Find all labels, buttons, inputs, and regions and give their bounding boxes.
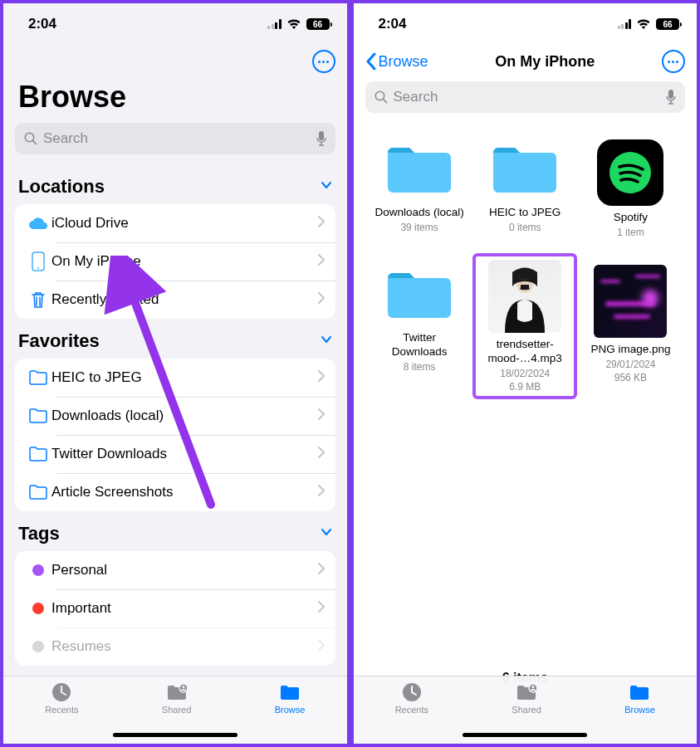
tags-group: Personal Important Resumes <box>15 551 335 666</box>
item-name: Downloads (local) <box>374 206 463 220</box>
favorite-downloads-local[interactable]: Downloads (local) <box>15 397 335 435</box>
item-date: 18/02/2024 <box>500 368 550 379</box>
back-button[interactable]: Browse <box>365 52 428 71</box>
location-recently-deleted[interactable]: Recently Deleted <box>15 281 335 319</box>
chevron-right-icon <box>317 639 326 654</box>
cloud-icon <box>25 216 51 231</box>
tag-personal[interactable]: Personal <box>15 551 335 589</box>
item-name: PNG image.png <box>590 343 670 357</box>
folder-icon <box>25 484 51 500</box>
folder-icon <box>383 265 456 326</box>
search-icon <box>374 90 389 105</box>
svg-line-1 <box>32 140 37 144</box>
chevron-right-icon <box>317 408 326 423</box>
clock-icon <box>400 681 423 703</box>
item-meta: 1 item <box>617 227 644 238</box>
folder-twitter-downloads[interactable]: Twitter Downloads 8 items <box>369 265 471 396</box>
file-png-image[interactable]: PNG image.png 29/01/2024 956 KB <box>580 265 682 396</box>
favorite-heic-to-jpeg[interactable]: HEIC to JPEG <box>15 359 335 397</box>
item-size: 956 KB <box>614 372 647 383</box>
row-label: Downloads (local) <box>51 408 317 424</box>
chevron-right-icon <box>317 447 326 461</box>
status-bar: 2:04 66 <box>3 3 347 45</box>
tab-label: Recents <box>395 705 428 715</box>
locations-label: Locations <box>18 176 105 198</box>
folder-icon <box>25 408 51 424</box>
nav-title: On My iPhone <box>495 53 595 71</box>
folder-icon <box>25 446 51 462</box>
status-icons: 66 <box>267 18 332 30</box>
chevron-right-icon <box>317 601 326 616</box>
tag-resumes[interactable]: Resumes <box>15 627 335 666</box>
favorite-twitter-downloads[interactable]: Twitter Downloads <box>15 435 335 473</box>
mp3-thumbnail <box>488 260 561 333</box>
home-indicator[interactable] <box>463 733 587 737</box>
locations-header[interactable]: Locations <box>3 164 347 204</box>
battery-level: 66 <box>313 20 322 29</box>
svg-rect-2 <box>319 131 324 140</box>
clock-icon <box>50 681 73 703</box>
tag-important[interactable]: Important <box>15 589 335 627</box>
row-label: Resumes <box>51 638 317 655</box>
tab-recents[interactable]: Recents <box>45 681 78 744</box>
folder-spotify[interactable]: Spotify 1 item <box>580 139 682 238</box>
item-name: HEIC to JPEG <box>489 206 560 220</box>
page-title: Browse <box>3 76 347 123</box>
tab-browse[interactable]: Browse <box>624 681 655 744</box>
tab-bar: Recents Shared Browse <box>3 676 347 744</box>
more-button[interactable] <box>662 50 685 73</box>
location-on-my-iphone[interactable]: On My iPhone <box>15 242 335 281</box>
chevron-right-icon <box>317 254 326 269</box>
svg-point-4 <box>37 267 39 269</box>
location-icloud-drive[interactable]: iCloud Drive <box>15 204 335 242</box>
svg-point-8 <box>182 686 184 688</box>
home-indicator[interactable] <box>113 733 237 737</box>
folder-icon <box>628 681 651 703</box>
search-input[interactable]: Search <box>15 123 335 154</box>
svg-rect-11 <box>668 90 673 99</box>
folder-heic-to-jpeg[interactable]: HEIC to JPEG 0 items <box>474 139 576 238</box>
status-time: 2:04 <box>28 16 56 32</box>
svg-rect-14 <box>521 285 529 290</box>
row-label: Important <box>51 600 317 617</box>
search-input[interactable]: Search <box>365 81 686 113</box>
favorites-label: Favorites <box>18 330 100 352</box>
item-name: Twitter Downloads <box>374 331 465 359</box>
chevron-down-icon <box>321 179 332 194</box>
folder-icon <box>25 369 51 386</box>
status-time: 2:04 <box>379 16 407 32</box>
chevron-right-icon <box>317 292 326 307</box>
tab-recents[interactable]: Recents <box>395 681 428 744</box>
item-meta: 39 items <box>400 222 438 233</box>
folder-icon <box>383 139 456 201</box>
tab-label: Shared <box>512 705 541 715</box>
folder-downloads-local[interactable]: Downloads (local) 39 items <box>369 139 471 238</box>
item-size: 6.9 MB <box>509 381 541 393</box>
file-grid: Downloads (local) 39 items HEIC to JPEG … <box>354 123 698 396</box>
phone-browse: 2:04 66 Browse Search Locations <box>0 0 350 747</box>
status-icons: 66 <box>618 18 683 30</box>
iphone-icon <box>25 251 51 271</box>
tab-label: Shared <box>162 705 191 715</box>
battery-level: 66 <box>663 20 672 29</box>
item-name: Spotify <box>614 211 648 225</box>
trash-icon <box>25 290 51 309</box>
more-button[interactable] <box>312 50 335 73</box>
tab-browse[interactable]: Browse <box>275 681 306 744</box>
tab-label: Recents <box>45 705 78 715</box>
phone-on-my-iphone: 2:04 66 Browse On My iPhone Search Down <box>350 0 701 747</box>
file-mp3-trendsetter[interactable]: trendsetter-mood-…4.mp3 18/02/2024 6.9 M… <box>474 256 576 396</box>
tags-header[interactable]: Tags <box>3 511 347 551</box>
svg-point-17 <box>532 686 535 688</box>
tab-label: Browse <box>275 705 306 715</box>
row-label: Article Screenshots <box>51 484 317 500</box>
mic-icon[interactable] <box>316 130 327 147</box>
svg-line-10 <box>383 99 387 103</box>
tag-dot-icon <box>25 564 51 576</box>
favorite-article-screenshots[interactable]: Article Screenshots <box>15 473 335 511</box>
favorites-header[interactable]: Favorites <box>3 319 347 359</box>
folder-icon <box>278 681 301 703</box>
shared-folder-icon <box>515 681 538 703</box>
mic-icon[interactable] <box>665 89 677 105</box>
search-icon <box>23 131 38 146</box>
